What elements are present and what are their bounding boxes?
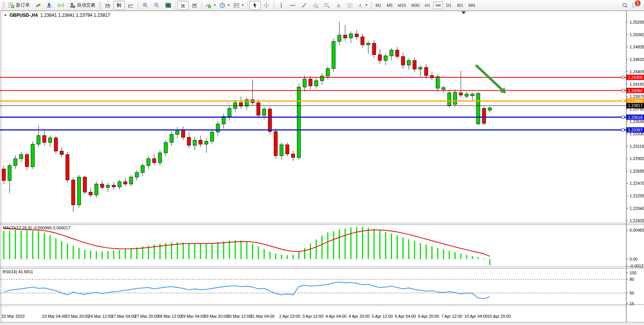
svg-text:5 Apr 12:00: 5 Apr 12:00 [372,314,393,319]
svg-text:4 Apr 04:00: 4 Apr 04:00 [325,314,346,319]
timeframe-button-M30[interactable]: M30 [409,2,422,9]
svg-text:1.24835: 1.24835 [630,45,644,49]
vertical-line-tool-button[interactable] [276,1,287,10]
svg-text:F: F [328,6,330,8]
svg-text:-0.001273: -0.001273 [630,264,644,268]
svg-text:80: 80 [630,277,634,282]
svg-text:31 Mar 04:00: 31 Mar 04:00 [250,314,275,319]
svg-text:1.24080: 1.24080 [628,88,642,93]
svg-text:A: A [336,3,340,8]
timeframe-bar: M1M5M15M30H1H4D1W1MN [373,2,478,9]
toolbar-separator [202,1,202,10]
new-order-label: 新订单 [16,2,30,8]
toolbar-separator [138,1,138,10]
zoom-out-icon [154,2,160,8]
svg-text:1.23618: 1.23618 [628,115,642,120]
toolbar-grip[interactable] [99,2,101,9]
timeframe-button-W1[interactable]: W1 [454,2,465,9]
tile-windows-button[interactable] [163,1,174,10]
svg-text:E: E [317,6,318,8]
svg-text:1.21825: 1.21825 [630,218,644,223]
toolbar-separator [274,1,274,10]
timeframe-button-H4[interactable]: H4 [433,2,443,9]
svg-text:15: 15 [630,301,634,306]
svg-text:6 Apr 04:00: 6 Apr 04:00 [395,314,416,319]
chart-line-button[interactable] [125,1,136,10]
auto-trading-label: 自动交易 [77,2,95,8]
profile-icon [46,2,53,8]
dropdown-caret-icon: ▼ [213,3,216,7]
channel-icon: E [312,2,319,8]
timeframe-button-D1[interactable]: D1 [444,2,454,9]
cursor-tool-button[interactable] [249,1,261,10]
svg-text:1.22900: 1.22900 [630,156,644,161]
chart-bars-button[interactable] [102,1,113,10]
text-label-tool-button[interactable]: T [344,1,355,10]
svg-text:1.23975: 1.23975 [630,94,644,99]
auto-trading-button[interactable]: 自动交易 [67,1,98,10]
auto-scroll-button[interactable] [177,1,189,10]
search-icon[interactable] [622,2,628,8]
trendline-tool-button[interactable] [298,1,310,10]
bar-chart-icon [105,2,111,8]
signal-button[interactable] [55,1,67,10]
toolbar-right: 1 [622,2,642,8]
equidistant-channel-tool-button[interactable]: E [310,1,321,10]
svg-text:23 Mar 04:00: 23 Mar 04:00 [42,314,66,319]
profile-button[interactable] [44,1,55,10]
zoom-out-button[interactable] [151,1,163,10]
tile-windows-icon [165,2,171,8]
symbol-menu-caret-icon[interactable]: ▼ [4,14,7,17]
fibonacci-tool-button[interactable]: F [321,1,333,10]
svg-text:6 Apr 20:00: 6 Apr 20:00 [418,314,439,319]
indicators-icon [205,2,211,8]
svg-text:2 Apr 23:00: 2 Apr 23:00 [279,314,300,319]
timeframe-button-H1[interactable]: H1 [422,2,432,9]
timeframe-button-M15[interactable]: M15 [395,2,408,9]
arrow-objects-icon [357,2,363,8]
styler-button[interactable] [32,1,44,10]
timeframe-button-MN[interactable]: MN [466,2,477,9]
svg-text:27 Mar 20:00: 27 Mar 20:00 [135,314,159,319]
arrows-dropdown-button[interactable]: ▼ [355,1,370,10]
toolbar-grip[interactable] [3,2,5,9]
zoom-in-button[interactable] [140,1,151,10]
vertical-line-icon [278,2,284,8]
text-tool-button[interactable]: A [333,1,344,10]
chart-title[interactable]: ▼ GBPUSD-,H4 1.23841 1.23841 1.23794 1.2… [4,13,110,18]
svg-text:7 Apr 12:00: 7 Apr 12:00 [441,314,462,319]
chart-candles-button[interactable] [113,1,125,10]
svg-text:10 Apr 04:00: 10 Apr 04:00 [464,314,488,319]
svg-text:1.22685: 1.22685 [630,169,644,173]
svg-text:4 Apr 20:00: 4 Apr 20:00 [349,314,370,319]
ohlc-values: 1.23841 1.23841 1.23794 1.23817 [40,13,110,18]
chart-shift-icon [191,2,198,8]
signal-icon [58,2,64,8]
new-order-icon [8,2,14,8]
new-order-button[interactable]: 新订单 [6,1,32,10]
svg-text:1.22255: 1.22255 [630,194,644,198]
indicators-dropdown-button[interactable]: ▼ [204,1,218,10]
svg-text:28 Mar 12:00: 28 Mar 12:00 [158,314,182,319]
text-label-icon: T [347,2,353,8]
svg-text:T: T [349,3,351,7]
svg-text:27 Mar 04:00: 27 Mar 04:00 [112,314,136,319]
cursor-icon [252,2,258,8]
svg-text:1.25265: 1.25265 [630,20,644,24]
svg-text:1.23397: 1.23397 [628,128,642,132]
crosshair-tool-button[interactable] [261,1,272,10]
zoom-in-icon [142,2,148,8]
line-chart-icon [128,2,134,8]
templates-dropdown-button[interactable]: ▼ [232,1,246,10]
chart-canvas[interactable]: 1.252651.250501.248351.246201.244051.241… [0,11,644,325]
timeframe-button-M1[interactable]: M1 [373,2,384,9]
timeframe-button-M5[interactable]: M5 [384,2,395,9]
svg-text:29 Mar 04:00: 29 Mar 04:00 [181,314,205,319]
dropdown-caret-icon: ▼ [241,3,244,7]
chart-shift-button[interactable] [189,1,200,10]
horizontal-line-tool-button[interactable] [287,1,298,10]
svg-text:23 Mar 20:00: 23 Mar 20:00 [65,314,89,319]
periods-dropdown-button[interactable]: ▼ [218,1,232,10]
template-icon [233,2,239,8]
notifications-button[interactable]: 1 [632,2,638,8]
